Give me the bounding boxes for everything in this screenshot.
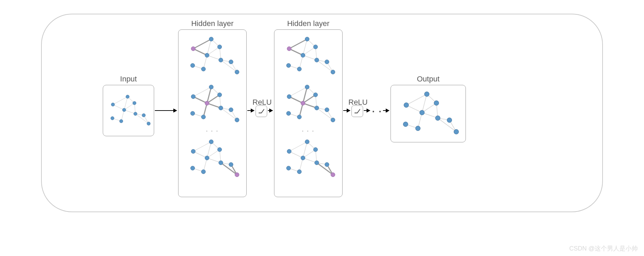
svg-point-15	[122, 108, 126, 112]
svg-point-159	[301, 156, 305, 160]
svg-line-71	[193, 151, 207, 158]
svg-line-128	[289, 97, 303, 103]
svg-point-20	[147, 122, 150, 125]
svg-point-17	[142, 114, 146, 117]
svg-point-113	[286, 63, 290, 67]
svg-point-179	[434, 101, 439, 105]
hidden2-ellipsis: · · ·	[276, 128, 341, 135]
svg-point-85	[209, 140, 213, 144]
output-graph	[391, 85, 466, 143]
svg-point-111	[315, 58, 319, 62]
svg-line-70	[193, 142, 211, 151]
svg-line-143	[289, 151, 303, 158]
svg-point-181	[435, 116, 440, 120]
svg-point-63	[218, 93, 222, 97]
svg-point-184	[416, 126, 420, 131]
svg-point-68	[201, 115, 206, 119]
svg-point-107	[287, 47, 291, 51]
arrow-relu2-out	[364, 110, 370, 111]
svg-point-88	[219, 161, 223, 165]
arrow-relu1-to-hidden2	[268, 110, 273, 111]
svg-point-18	[111, 116, 114, 120]
svg-point-160	[315, 161, 319, 165]
svg-line-142	[289, 142, 307, 151]
svg-line-116	[289, 87, 307, 97]
hidden-layer-2-box: · · ·	[274, 29, 343, 197]
svg-line-165	[406, 94, 427, 105]
svg-point-178	[424, 92, 429, 97]
svg-line-166	[406, 105, 422, 113]
svg-point-66	[229, 108, 233, 112]
svg-point-115	[331, 70, 335, 74]
arrow-hidden2-to-relu2-a	[343, 110, 350, 111]
input-label: Input	[103, 75, 154, 84]
svg-point-158	[313, 148, 318, 152]
svg-point-35	[191, 47, 195, 51]
svg-point-136	[301, 101, 305, 105]
svg-point-139	[286, 111, 290, 115]
svg-point-89	[229, 163, 233, 167]
svg-point-114	[297, 67, 301, 71]
svg-line-1	[113, 104, 124, 110]
svg-point-140	[297, 115, 301, 119]
svg-line-34	[193, 49, 207, 55]
svg-point-164	[331, 172, 335, 177]
output-label: Output	[391, 75, 466, 84]
svg-point-69	[235, 118, 239, 122]
svg-point-87	[205, 156, 209, 160]
svg-point-91	[201, 170, 206, 174]
hidden2-graph-3	[276, 135, 342, 183]
svg-point-14	[133, 101, 136, 105]
svg-point-112	[325, 60, 329, 64]
output-box	[391, 85, 466, 142]
svg-point-39	[219, 58, 223, 62]
arrow-hidden1-to-relu1-a	[247, 110, 254, 111]
svg-line-106	[289, 49, 303, 55]
svg-point-141	[331, 118, 335, 122]
svg-point-67	[190, 111, 195, 115]
hidden1-ellipsis: · · ·	[180, 128, 245, 135]
svg-point-42	[201, 67, 206, 71]
svg-point-62	[209, 85, 213, 89]
svg-point-183	[403, 122, 408, 127]
svg-point-61	[191, 94, 195, 99]
svg-line-0	[113, 97, 128, 105]
svg-point-19	[120, 119, 123, 123]
svg-point-86	[218, 148, 222, 152]
svg-point-177	[404, 103, 409, 107]
watermark: CSDN @这个男人是小帅	[569, 244, 638, 253]
svg-point-13	[126, 95, 129, 99]
svg-point-84	[191, 149, 195, 153]
hidden1-graph-2	[180, 80, 246, 128]
svg-point-37	[218, 45, 222, 49]
svg-point-43	[235, 70, 239, 74]
svg-point-109	[313, 45, 318, 49]
arrow-to-output	[383, 110, 389, 111]
svg-point-133	[287, 94, 291, 99]
svg-point-110	[301, 53, 305, 57]
svg-point-137	[315, 106, 319, 110]
hidden1-graph-3	[180, 135, 246, 183]
svg-point-135	[313, 93, 318, 97]
svg-point-157	[305, 140, 309, 144]
hidden2-graph-2	[276, 80, 342, 128]
hidden-layer-1-box: · · ·	[178, 29, 247, 197]
svg-point-36	[209, 37, 213, 41]
svg-point-180	[420, 110, 424, 115]
svg-point-64	[205, 101, 209, 105]
svg-point-16	[134, 112, 137, 116]
svg-point-40	[229, 60, 233, 64]
svg-point-161	[325, 163, 329, 167]
input-box	[103, 85, 154, 136]
svg-line-33	[193, 39, 211, 49]
hidden-layer-2-label: Hidden layer	[274, 19, 343, 28]
svg-point-138	[325, 108, 329, 112]
hidden1-graph-1	[180, 33, 246, 80]
svg-point-12	[111, 103, 115, 106]
svg-point-163	[297, 170, 301, 174]
svg-line-56	[193, 97, 207, 103]
hidden-layer-1-label: Hidden layer	[178, 19, 247, 28]
arrow-input-to-hidden1	[155, 110, 177, 111]
svg-point-182	[447, 118, 452, 123]
svg-point-90	[190, 166, 195, 170]
